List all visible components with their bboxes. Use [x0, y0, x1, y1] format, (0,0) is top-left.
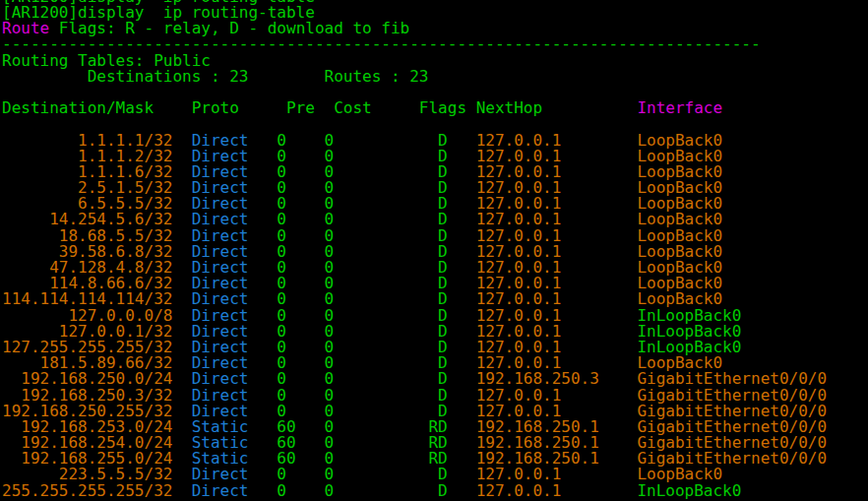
route-row-segment: 255.255.255.255/32: [2, 481, 172, 500]
route-row-segment: 0 0 D: [248, 481, 475, 500]
route-row-segment: InLoopBack0: [637, 481, 741, 500]
route-row-segment: 127.0.0.1: [476, 481, 638, 500]
table-header-line-segment: Destination/Mask Proto Pre Cost Flags Ne…: [2, 98, 637, 117]
table-header-line-segment: Interface: [637, 98, 722, 117]
summary-line: Destinations : 23 Routes : 23: [2, 69, 868, 85]
terminal-screen[interactable]: [AR1200]display ip routing-table[AR1200]…: [0, 0, 868, 501]
table-header-line: Destination/Mask Proto Pre Cost Flags Ne…: [2, 100, 868, 116]
route-row: 255.255.255.255/32 Direct 0 0 D 127.0.0.…: [2, 483, 868, 499]
summary-line-segment: Destinations : 23 Routes : 23: [2, 67, 428, 86]
route-row-segment: Direct: [172, 481, 248, 500]
